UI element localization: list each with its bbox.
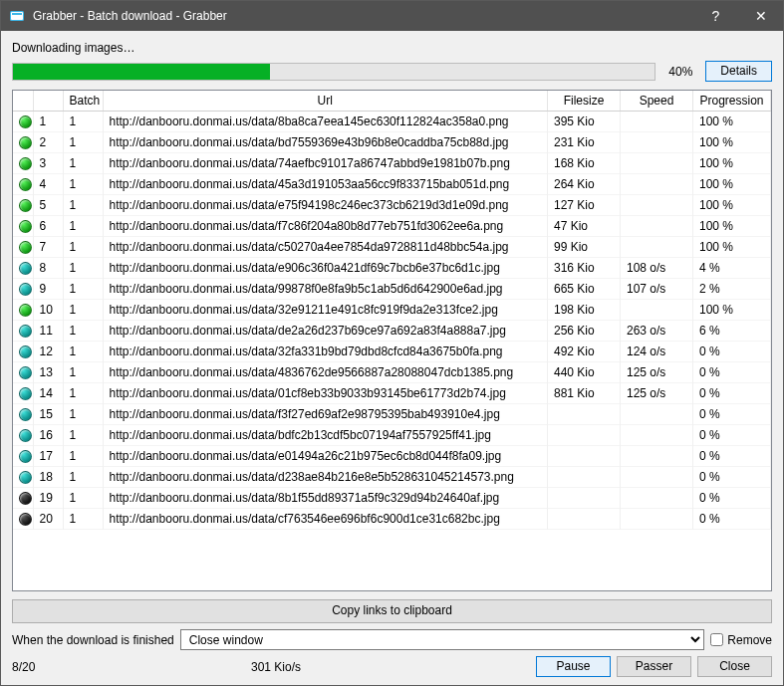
progress-fill: [13, 64, 270, 80]
table-row[interactable]: 71http://danbooru.donmai.us/data/c50270a…: [13, 237, 771, 258]
cell-filesize: 665 Kio: [548, 279, 621, 300]
help-button[interactable]: ?: [693, 1, 738, 31]
col-url[interactable]: Url: [103, 91, 548, 112]
cell-speed: [621, 195, 693, 216]
table-row[interactable]: 51http://danbooru.donmai.us/data/e75f941…: [13, 195, 771, 216]
cell-speed: 263 o/s: [621, 321, 693, 342]
cell-url: http://danbooru.donmai.us/data/de2a26d23…: [103, 321, 548, 342]
remove-checkbox-label[interactable]: Remove: [710, 633, 772, 647]
cell-batch: 1: [63, 300, 103, 321]
cell-progression: 100 %: [693, 174, 771, 195]
copy-links-button[interactable]: Copy links to clipboard: [12, 599, 772, 623]
cell-index: 3: [33, 153, 63, 174]
cell-filesize: [548, 446, 621, 467]
cell-progression: 0 %: [693, 425, 771, 446]
cell-batch: 1: [63, 362, 103, 383]
cell-speed: 107 o/s: [621, 279, 693, 300]
cell-progression: 100 %: [693, 132, 771, 153]
cell-batch: 1: [63, 342, 103, 362]
cell-progression: 0 %: [693, 467, 771, 488]
table-row[interactable]: 181http://danbooru.donmai.us/data/d238ae…: [13, 467, 771, 488]
col-index[interactable]: [33, 91, 63, 112]
table-row[interactable]: 191http://danbooru.donmai.us/data/8b1f55…: [13, 488, 771, 509]
table-row[interactable]: 21http://danbooru.donmai.us/data/bd75593…: [13, 132, 771, 153]
cell-url: http://danbooru.donmai.us/data/45a3d1910…: [103, 174, 548, 195]
cell-batch: 1: [63, 467, 103, 488]
cell-speed: [621, 467, 693, 488]
cell-speed: [621, 300, 693, 321]
status-dot-icon: [19, 199, 32, 212]
cell-url: http://danbooru.donmai.us/data/bd7559369…: [103, 132, 548, 153]
table-row[interactable]: 41http://danbooru.donmai.us/data/45a3d19…: [13, 174, 771, 195]
table-row[interactable]: 81http://danbooru.donmai.us/data/e906c36…: [13, 258, 771, 279]
status-label: Downloading images…: [12, 41, 772, 55]
cell-filesize: 168 Kio: [548, 153, 621, 174]
table-row[interactable]: 31http://danbooru.donmai.us/data/74aefbc…: [13, 153, 771, 174]
col-batch[interactable]: Batch: [63, 91, 103, 112]
cell-filesize: [548, 509, 621, 530]
cell-progression: 0 %: [693, 383, 771, 404]
table-row[interactable]: 121http://danbooru.donmai.us/data/32fa33…: [13, 342, 771, 362]
cell-url: http://danbooru.donmai.us/data/f7c86f204…: [103, 216, 548, 237]
table-row[interactable]: 111http://danbooru.donmai.us/data/de2a26…: [13, 321, 771, 342]
cell-index: 4: [33, 174, 63, 195]
cell-speed: [621, 488, 693, 509]
progress-counter: 8/20: [12, 660, 251, 674]
cell-url: http://danbooru.donmai.us/data/cf763546e…: [103, 509, 548, 530]
table-row[interactable]: 131http://danbooru.donmai.us/data/483676…: [13, 362, 771, 383]
cell-speed: 108 o/s: [621, 258, 693, 279]
cell-batch: 1: [63, 446, 103, 467]
status-dot-icon: [19, 387, 32, 400]
footer-row: 8/20 301 Kio/s Pause Passer Close: [12, 656, 772, 677]
window-close-button[interactable]: ✕: [738, 1, 783, 31]
status-dot-icon: [19, 157, 32, 170]
table-row[interactable]: 61http://danbooru.donmai.us/data/f7c86f2…: [13, 216, 771, 237]
cell-speed: [621, 237, 693, 258]
table-row[interactable]: 11http://danbooru.donmai.us/data/8ba8ca7…: [13, 112, 771, 132]
skip-button[interactable]: Passer: [617, 656, 691, 677]
cell-progression: 4 %: [693, 258, 771, 279]
titlebar: Grabber - Batch download - Grabber ? ✕: [1, 1, 783, 31]
batch-download-window: Grabber - Batch download - Grabber ? ✕ D…: [0, 0, 784, 686]
col-speed[interactable]: Speed: [621, 91, 693, 112]
cell-progression: 100 %: [693, 216, 771, 237]
details-button[interactable]: Details: [705, 61, 772, 82]
cell-index: 2: [33, 132, 63, 153]
cell-index: 20: [33, 509, 63, 530]
table-row[interactable]: 201http://danbooru.donmai.us/data/cf7635…: [13, 509, 771, 530]
remove-label: Remove: [727, 633, 772, 647]
finish-action-select[interactable]: Close window: [180, 629, 705, 650]
table-row[interactable]: 141http://danbooru.donmai.us/data/01cf8e…: [13, 383, 771, 404]
close-button[interactable]: Close: [697, 656, 772, 677]
col-progression[interactable]: Progression: [693, 91, 771, 112]
table-row[interactable]: 161http://danbooru.donmai.us/data/bdfc2b…: [13, 425, 771, 446]
table-row[interactable]: 171http://danbooru.donmai.us/data/e01494…: [13, 446, 771, 467]
table-body: 11http://danbooru.donmai.us/data/8ba8ca7…: [13, 112, 771, 530]
cell-url: http://danbooru.donmai.us/data/e75f94198…: [103, 195, 548, 216]
cell-url: http://danbooru.donmai.us/data/e01494a26…: [103, 446, 548, 467]
cell-progression: 0 %: [693, 362, 771, 383]
cell-filesize: 492 Kio: [548, 342, 621, 362]
overall-progress-bar: [12, 63, 655, 81]
cell-progression: 0 %: [693, 404, 771, 425]
table-row[interactable]: 151http://danbooru.donmai.us/data/f3f27e…: [13, 404, 771, 425]
cell-index: 9: [33, 279, 63, 300]
cell-filesize: 231 Kio: [548, 132, 621, 153]
cell-index: 8: [33, 258, 63, 279]
cell-index: 16: [33, 425, 63, 446]
pause-button[interactable]: Pause: [536, 656, 611, 677]
status-dot-icon: [19, 220, 32, 233]
col-filesize[interactable]: Filesize: [548, 91, 621, 112]
table-row[interactable]: 91http://danbooru.donmai.us/data/99878f0…: [13, 279, 771, 300]
cell-batch: 1: [63, 195, 103, 216]
finish-row: When the download is finished Close wind…: [12, 629, 772, 650]
cell-speed: 124 o/s: [621, 342, 693, 362]
table-row[interactable]: 101http://danbooru.donmai.us/data/32e912…: [13, 300, 771, 321]
status-dot-icon: [19, 283, 32, 296]
col-status[interactable]: [13, 91, 33, 112]
status-dot-icon: [19, 408, 32, 421]
remove-checkbox[interactable]: [710, 633, 723, 646]
cell-progression: 6 %: [693, 321, 771, 342]
cell-filesize: [548, 404, 621, 425]
cell-speed: [621, 153, 693, 174]
